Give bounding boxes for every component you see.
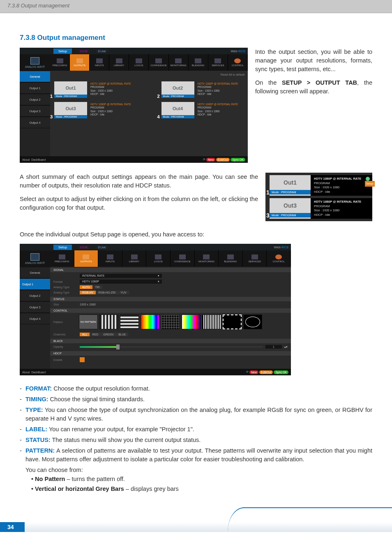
mid-text: A short summary of each output settings … bbox=[20, 173, 258, 217]
output-card-4[interactable]: 4 Out4Mode : PROGRAM HDTV 1080P @ INTERN… bbox=[161, 102, 244, 118]
nav-library[interactable]: LIBRARY bbox=[109, 54, 129, 71]
output-card-2[interactable]: 2 Out2Mode : PROGRAM HDTV 1080P @ INTERN… bbox=[161, 81, 244, 98]
app-titlebar: Setup 0 Edit 0 Live Web RCS bbox=[20, 48, 248, 54]
hdcp-enable-checkbox[interactable] bbox=[80, 357, 85, 362]
app-nav: ANALOG WAY® PRECONFIG OUTPUTS INPUTS LIB… bbox=[20, 54, 248, 71]
sidebar-output3[interactable]: Output 3 bbox=[20, 105, 50, 117]
nav-blending[interactable]: BLENDING bbox=[189, 54, 208, 71]
app-statusbar: About DashBoard ⟳ New Edit/Out Sync OK bbox=[20, 156, 248, 163]
nav-logos[interactable]: LOGOS bbox=[129, 54, 149, 71]
nav-control[interactable]: CONTROL bbox=[228, 54, 248, 71]
pattern-none[interactable]: NO PATTERN bbox=[79, 314, 98, 329]
gear-icon[interactable] bbox=[366, 177, 370, 181]
nav-monitoring[interactable]: MONITORING bbox=[169, 54, 189, 71]
pattern-hbars[interactable] bbox=[120, 314, 139, 329]
opacity-value[interactable]: 1 bbox=[265, 345, 282, 349]
screenshot-closeup: 1 Out1Mode : PROGRAM Setup HDTV 1080P @ … bbox=[265, 173, 372, 221]
page-header-text: 7.3.8 Output management bbox=[7, 2, 69, 9]
opacity-slider[interactable] bbox=[80, 346, 263, 348]
nav-confidence[interactable]: CONFIDENCE bbox=[149, 54, 168, 71]
output-main: Reset All to default 1 Out1Mode : PROGRA… bbox=[50, 71, 248, 156]
output-card-1[interactable]: 1 Out1Mode : PROGRAM HDTV 1080P @ INTERN… bbox=[54, 81, 137, 98]
setup-tab[interactable]: Setup bbox=[53, 49, 72, 54]
screenshot-detail: Setup 0 Edit 0 Live Web RCS ANALOG WAY® … bbox=[20, 244, 291, 375]
pattern-border[interactable] bbox=[223, 314, 242, 329]
pattern-vbars[interactable] bbox=[99, 314, 118, 329]
closeup-out3[interactable]: 3 Out3Mode : PROGRAM HDTV 1080P @ INTERN… bbox=[265, 198, 372, 219]
pattern-color-vbars[interactable] bbox=[141, 314, 159, 329]
pattern-row: Pattern NO PATTERN bbox=[50, 313, 291, 331]
definitions-list: FORMAT: Choose the output resolution for… bbox=[20, 384, 372, 493]
sidebar-output4[interactable]: Output 4 bbox=[20, 117, 50, 128]
webrcs-logo: Web RCS bbox=[231, 49, 248, 53]
nav-inputs[interactable]: INPUTS bbox=[90, 54, 109, 71]
intro-text: Into the output section, you will be abl… bbox=[255, 48, 372, 101]
chevron-down-icon: ▾ bbox=[158, 274, 159, 278]
sidebar-output2[interactable]: Output 2 bbox=[20, 94, 50, 105]
section-title: 7.3.8 Output management bbox=[20, 34, 372, 42]
output-card-3[interactable]: 3 Out3Mode : PROGRAM HDTV 1080P @ INTERN… bbox=[54, 102, 137, 118]
closeup-out1[interactable]: 1 Out1Mode : PROGRAM Setup HDTV 1080P @ … bbox=[265, 175, 372, 196]
reset-all-link[interactable]: Reset All to default bbox=[221, 73, 244, 76]
output-sidebar: General Output 1 Output 2 Output 3 Outpu… bbox=[20, 71, 50, 156]
once-open-text: Once the individual output Setup page is… bbox=[20, 230, 372, 239]
nav-preconfig[interactable]: PRECONFIG bbox=[50, 54, 70, 71]
nav-outputs[interactable]: OUTPUTS bbox=[70, 54, 90, 71]
nav-services[interactable]: SERVICES bbox=[208, 54, 228, 71]
live-pill[interactable]: 0 Live bbox=[96, 49, 108, 53]
analog-sync-toggle[interactable]: RGB-HVRGB-HG-255YUV bbox=[80, 291, 129, 294]
edit-pill[interactable]: 0 Edit bbox=[78, 49, 90, 53]
pattern-grid[interactable] bbox=[161, 314, 180, 329]
pattern-smpte[interactable] bbox=[182, 314, 201, 329]
rate-select[interactable]: INTERNAL RATE▾ bbox=[80, 274, 162, 278]
sidebar-output1[interactable]: Output 1 bbox=[20, 82, 50, 94]
stepper-icon[interactable]: ▴▾ bbox=[284, 345, 288, 349]
page-header-bar: 7.3.8 Output management bbox=[0, 0, 392, 13]
pattern-vlines[interactable] bbox=[202, 314, 221, 329]
setup-badge[interactable]: Setup bbox=[365, 181, 375, 187]
page-footer: 34 bbox=[0, 507, 392, 532]
analog-type-toggle[interactable]: AUTOTRI bbox=[80, 285, 102, 289]
screenshot-overview: Setup 0 Edit 0 Live Web RCS ANALOG WAY® … bbox=[20, 48, 248, 163]
pattern-circle[interactable] bbox=[243, 314, 262, 329]
page-number: 34 bbox=[0, 522, 25, 532]
chevron-down-icon: ▾ bbox=[158, 280, 159, 283]
brand-logo: ANALOG WAY® bbox=[20, 54, 50, 71]
sidebar-general[interactable]: General bbox=[20, 71, 50, 82]
format-select[interactable]: HDTV 1080P▾ bbox=[80, 280, 162, 284]
channels-toggle[interactable]: ALLREDGREENBLUE bbox=[80, 333, 128, 336]
